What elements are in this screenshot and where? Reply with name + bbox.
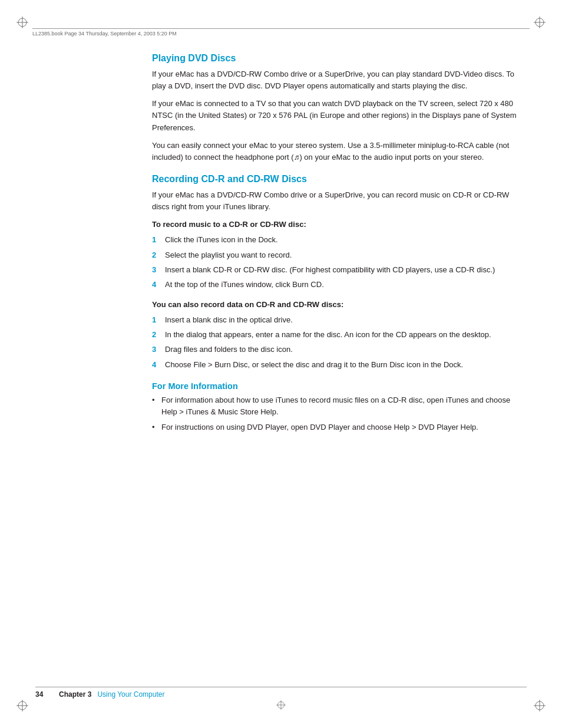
playing-dvd-title: Playing DVD Discs: [152, 53, 524, 64]
for-more-info-list: • For information about how to use iTune…: [152, 394, 524, 433]
record-data-label: You can also record data on CD-R and CD-…: [152, 299, 524, 311]
section-for-more-info: For More Information • For information a…: [152, 381, 524, 433]
recording-cd-intro: If your eMac has a DVD/CD-RW Combo drive…: [152, 189, 524, 213]
list-item: • For information about how to use iTune…: [152, 394, 524, 418]
list-item: 4 At the top of the iTunes window, click…: [152, 279, 524, 291]
footer: 34 Chapter 3 Using Your Computer: [35, 687, 527, 699]
recording-cd-title: Recording CD-R and CD-RW Discs: [152, 174, 524, 185]
list-item: 1 Insert a blank disc in the optical dri…: [152, 314, 524, 326]
section-playing-dvd: Playing DVD Discs If your eMac has a DVD…: [152, 53, 524, 163]
playing-dvd-para-1: If your eMac has a DVD/CD-RW Combo drive…: [152, 68, 524, 92]
header-line: LL2385.book Page 34 Thursday, September …: [32, 28, 530, 37]
page-number: 34: [35, 690, 59, 699]
header-text: LL2385.book Page 34 Thursday, September …: [32, 31, 177, 37]
list-item: 4 Choose File > Burn Disc, or select the…: [152, 359, 524, 371]
list-item: 1 Click the iTunes icon in the Dock.: [152, 234, 524, 246]
section-recording-cd: Recording CD-R and CD-RW Discs If your e…: [152, 174, 524, 371]
center-bottom-mark: [276, 700, 286, 711]
list-item: 2 In the dialog that appears, enter a na…: [152, 329, 524, 341]
page: LL2385.book Page 34 Thursday, September …: [0, 0, 562, 728]
record-data-list: 1 Insert a blank disc in the optical dri…: [152, 314, 524, 371]
for-more-info-title: For More Information: [152, 381, 524, 391]
corner-mark-br: [534, 700, 546, 711]
list-item: • For instructions on using DVD Player, …: [152, 421, 524, 433]
playing-dvd-para-3: You can easily connect your eMac to your…: [152, 140, 524, 163]
list-item: 2 Select the playlist you want to record…: [152, 249, 524, 261]
list-item: 3 Insert a blank CD-R or CD-RW disc. (Fo…: [152, 264, 524, 276]
corner-mark-bl: [16, 700, 28, 711]
subsection-record-music: To record music to a CD-R or CD-RW disc:…: [152, 219, 524, 291]
corner-mark-tl: [16, 17, 28, 28]
subsection-record-data: You can also record data on CD-R and CD-…: [152, 299, 524, 371]
playing-dvd-para-2: If your eMac is connected to a TV so tha…: [152, 98, 524, 133]
corner-mark-tr: [534, 17, 546, 28]
content-area: Playing DVD Discs If your eMac has a DVD…: [152, 53, 524, 669]
footer-chapter: Chapter 3 Using Your Computer: [59, 690, 164, 699]
list-item: 3 Drag files and folders to the disc ico…: [152, 344, 524, 355]
record-music-label: To record music to a CD-R or CD-RW disc:: [152, 219, 524, 230]
record-music-list: 1 Click the iTunes icon in the Dock. 2 S…: [152, 234, 524, 291]
